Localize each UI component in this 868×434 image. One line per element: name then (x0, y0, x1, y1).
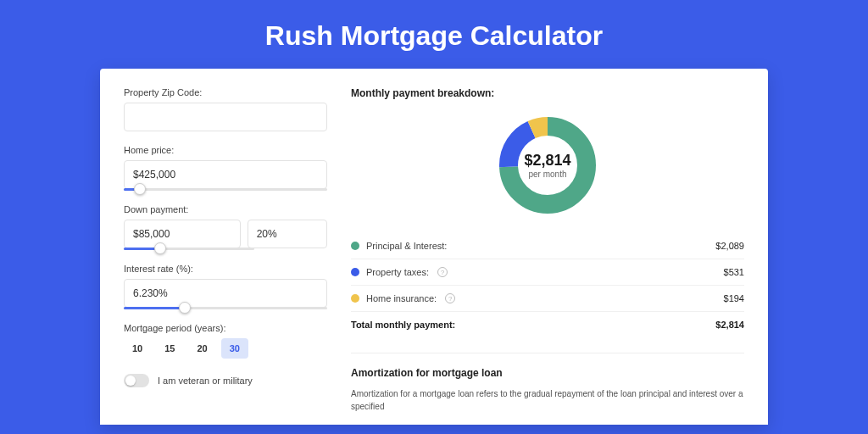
dot-icon (351, 294, 359, 303)
inputs-column: Property Zip Code: Home price: Down paym… (124, 87, 327, 425)
legend-value: $531 (724, 267, 744, 277)
legend-value: $2,089 (715, 241, 744, 251)
donut-center-sub: per month (528, 170, 566, 179)
breakdown-heading: Monthly payment breakdown: (351, 87, 744, 99)
down-payment-amount-input[interactable] (124, 220, 241, 248)
down-payment-label: Down payment: (124, 204, 327, 214)
calculator-card: Property Zip Code: Home price: Down paym… (100, 69, 768, 425)
field-mortgage-period: Mortgage period (years): 10 15 20 30 (124, 323, 327, 359)
period-btn-20[interactable]: 20 (189, 338, 216, 359)
page-title: Rush Mortgage Calculator (0, 0, 868, 69)
legend-label: Principal & Interest: (366, 241, 447, 251)
period-btn-30[interactable]: 30 (221, 338, 248, 359)
slider-thumb[interactable] (154, 242, 166, 254)
veteran-toggle-row: I am veteran or military (124, 374, 327, 387)
legend-value: $194 (724, 293, 744, 303)
info-icon[interactable]: ? (437, 267, 448, 277)
home-price-input[interactable] (124, 160, 327, 189)
down-payment-slider[interactable] (124, 248, 254, 250)
slider-thumb[interactable] (134, 183, 146, 195)
legend-row-insurance: Home insurance: ? $194 (351, 286, 744, 312)
interest-rate-slider[interactable] (124, 307, 327, 309)
field-interest-rate: Interest rate (%): (124, 264, 327, 309)
total-value: $2,814 (715, 320, 744, 330)
amortization-text: Amortization for a mortgage loan refers … (351, 387, 744, 413)
breakdown-column: Monthly payment breakdown: $2,814 per mo… (351, 87, 744, 425)
amortization-section: Amortization for mortgage loan Amortizat… (351, 353, 744, 413)
amortization-heading: Amortization for mortgage loan (351, 367, 744, 379)
dot-icon (351, 242, 359, 250)
field-home-price: Home price: (124, 145, 327, 191)
donut-chart-wrap: $2,814 per month (351, 114, 744, 216)
zip-input[interactable] (124, 103, 327, 131)
field-down-payment: Down payment: (124, 204, 327, 250)
legend-label: Property taxes: (366, 267, 429, 277)
period-btn-15[interactable]: 15 (156, 338, 183, 359)
donut-chart: $2,814 per month (497, 114, 598, 216)
home-price-label: Home price: (124, 145, 327, 155)
legend-row-total: Total monthly payment: $2,814 (351, 312, 744, 337)
donut-center-value: $2,814 (524, 152, 570, 170)
toggle-knob (125, 376, 136, 386)
dot-icon (351, 268, 359, 276)
period-buttons: 10 15 20 30 (124, 338, 327, 359)
legend-label: Home insurance: (366, 293, 437, 303)
total-label: Total monthly payment: (351, 320, 455, 330)
veteran-toggle[interactable] (124, 374, 149, 387)
info-icon[interactable]: ? (445, 293, 455, 303)
home-price-slider[interactable] (124, 188, 327, 191)
slider-thumb[interactable] (179, 302, 191, 314)
zip-label: Property Zip Code: (124, 87, 327, 97)
veteran-label: I am veteran or military (158, 376, 253, 386)
down-payment-percent-input[interactable] (248, 220, 327, 248)
mortgage-period-label: Mortgage period (years): (124, 323, 327, 333)
interest-rate-label: Interest rate (%): (124, 264, 327, 274)
interest-rate-input[interactable] (124, 279, 327, 308)
legend-row-principal: Principal & Interest: $2,089 (351, 233, 744, 259)
field-zip: Property Zip Code: (124, 87, 327, 131)
legend-row-taxes: Property taxes: ? $531 (351, 259, 744, 286)
period-btn-10[interactable]: 10 (124, 338, 151, 359)
